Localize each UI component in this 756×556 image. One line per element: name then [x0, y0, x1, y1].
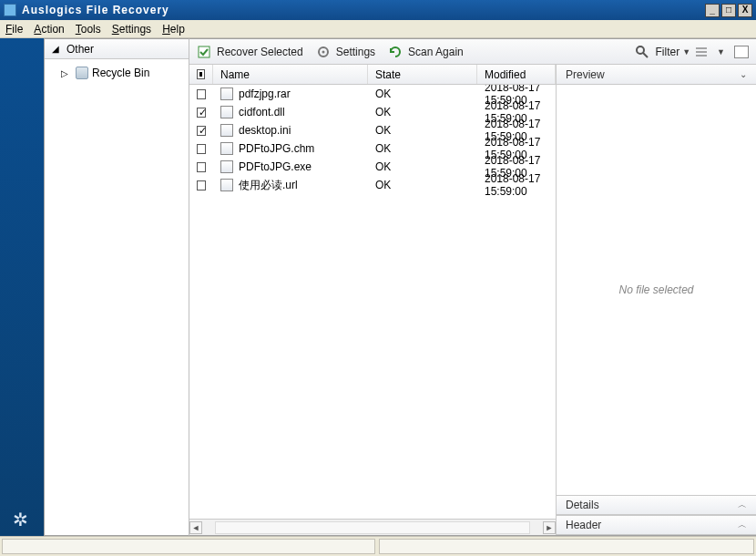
file-name: cidfont.dll [239, 106, 285, 118]
row-name-cell: PDFtoJPG.chm [213, 142, 368, 155]
file-icon [220, 124, 233, 137]
preview-panel-header[interactable]: Preview ⌄ [557, 65, 756, 85]
refresh-icon [388, 45, 403, 59]
header-checkbox-col[interactable] [189, 65, 213, 84]
menu-file[interactable]: File [5, 23, 23, 36]
tree-item-recycle-bin[interactable]: ▷ Recycle Bin [50, 65, 183, 81]
details-header-label: Details [566, 499, 599, 511]
tree-header[interactable]: ◢ Other [45, 39, 189, 59]
header-name[interactable]: Name [213, 65, 368, 84]
header-checkbox-icon [197, 69, 205, 79]
header-header-label: Header [566, 519, 601, 531]
tree-item-label: Recycle Bin [92, 67, 149, 79]
row-state-cell: OK [368, 160, 477, 173]
preview-toggle-button[interactable] [734, 46, 749, 58]
checkbox-icon [197, 126, 206, 136]
tree-body: ▷ Recycle Bin [45, 59, 189, 87]
filter-button[interactable]: Filter ▼ [635, 45, 690, 59]
minimize-button[interactable]: _ [705, 4, 720, 17]
file-icon [220, 160, 233, 173]
details-panel-header[interactable]: Details ︿ [557, 495, 756, 515]
menu-help[interactable]: Help [162, 23, 185, 36]
file-rows: pdfzjpg.rarOK2018-08-17 15:59:00cidfont.… [189, 85, 556, 519]
row-modified-cell: 2018-08-17 15:59:00 [477, 172, 556, 198]
gear-icon[interactable]: ✲ [13, 509, 28, 530]
left-strip: ✲ [0, 38, 44, 536]
workspace: ✲ ◢ Other ▷ Recycle Bin Recover Selected… [0, 38, 756, 536]
magnifier-icon [635, 45, 649, 59]
row-checkbox-cell[interactable] [189, 108, 213, 118]
horizontal-scrollbar[interactable]: ◄ ► [189, 519, 556, 535]
settings-icon [316, 45, 331, 59]
menu-settings[interactable]: Settings [112, 23, 151, 36]
menu-bar: File Action Tools Settings Help [0, 20, 756, 38]
file-name: desktop.ini [239, 124, 291, 137]
checkbox-icon [197, 108, 206, 118]
view-mode-button[interactable]: ▼ [694, 45, 725, 59]
file-name: 使用必读.url [239, 178, 298, 193]
recover-label: Recover Selected [217, 46, 303, 58]
scroll-right-icon[interactable]: ► [543, 521, 556, 534]
menu-action[interactable]: Action [34, 23, 64, 36]
header-state[interactable]: State [368, 65, 477, 84]
header-modified[interactable]: Modified [477, 65, 556, 84]
list-view-icon [694, 45, 709, 59]
chevron-down-icon: ▼ [717, 47, 725, 57]
status-cell-right [379, 539, 754, 554]
row-state-cell: OK [368, 142, 477, 155]
row-checkbox-cell[interactable] [189, 162, 213, 172]
row-checkbox-cell[interactable] [189, 144, 213, 154]
close-button[interactable]: X [738, 4, 752, 17]
row-name-cell: PDFtoJPG.exe [213, 160, 368, 173]
header-modified-label: Modified [485, 68, 526, 81]
status-cell-left [2, 539, 375, 554]
file-icon [220, 106, 233, 118]
scroll-left-icon[interactable]: ◄ [189, 521, 202, 534]
file-pane: Name State Modified pdfzjpg.rarOK2018-08… [189, 65, 556, 535]
checkbox-icon [197, 144, 206, 154]
svg-point-3 [637, 46, 644, 54]
preview-header-label: Preview [566, 68, 605, 81]
header-name-label: Name [220, 68, 250, 81]
center-wrap: Recover Selected Settings Scan Again Fil… [189, 38, 756, 536]
tree-header-label: Other [66, 43, 94, 56]
checkbox-icon [197, 162, 206, 172]
svg-rect-0 [199, 46, 209, 57]
file-name: PDFtoJPG.chm [239, 142, 314, 155]
row-checkbox-cell[interactable] [189, 89, 213, 99]
scan-again-button[interactable]: Scan Again [388, 45, 464, 59]
file-icon [220, 179, 233, 191]
row-name-cell: 使用必读.url [213, 178, 368, 193]
row-state-cell: OK [368, 179, 477, 191]
split-h: Name State Modified pdfzjpg.rarOK2018-08… [189, 65, 756, 535]
recover-selected-button[interactable]: Recover Selected [197, 45, 303, 59]
checkbox-icon [197, 89, 206, 99]
row-checkbox-cell[interactable] [189, 180, 213, 190]
scroll-track[interactable] [215, 521, 530, 534]
table-row[interactable]: 使用必读.urlOK2018-08-17 15:59:00 [189, 176, 556, 194]
settings-button[interactable]: Settings [316, 45, 375, 59]
preview-body: No file selected [557, 85, 756, 495]
row-state-cell: OK [368, 88, 477, 100]
chevron-up-icon: ︿ [738, 499, 747, 511]
file-icon [220, 142, 233, 155]
menu-tools[interactable]: Tools [76, 23, 101, 36]
checkbox-icon [197, 180, 206, 190]
window-title: Auslogics File Recovery [22, 4, 705, 16]
scan-label: Scan Again [408, 46, 464, 58]
header-panel-header[interactable]: Header ︿ [557, 515, 756, 535]
chevron-up-icon: ︿ [738, 519, 747, 531]
filter-label: Filter [655, 46, 679, 58]
svg-line-4 [643, 53, 648, 57]
settings-label: Settings [336, 46, 375, 58]
chevron-down-icon: ▼ [682, 47, 690, 57]
row-state-cell: OK [368, 124, 477, 137]
row-checkbox-cell[interactable] [189, 126, 213, 136]
right-pane: Preview ⌄ No file selected Details ︿ Hea… [556, 65, 756, 535]
row-state-cell: OK [368, 106, 477, 118]
row-name-cell: cidfont.dll [213, 106, 368, 118]
title-bar: Auslogics File Recovery _ □ X [0, 0, 756, 20]
expand-icon: ▷ [61, 68, 72, 78]
maximize-button[interactable]: □ [721, 4, 736, 17]
file-name: PDFtoJPG.exe [239, 160, 312, 173]
